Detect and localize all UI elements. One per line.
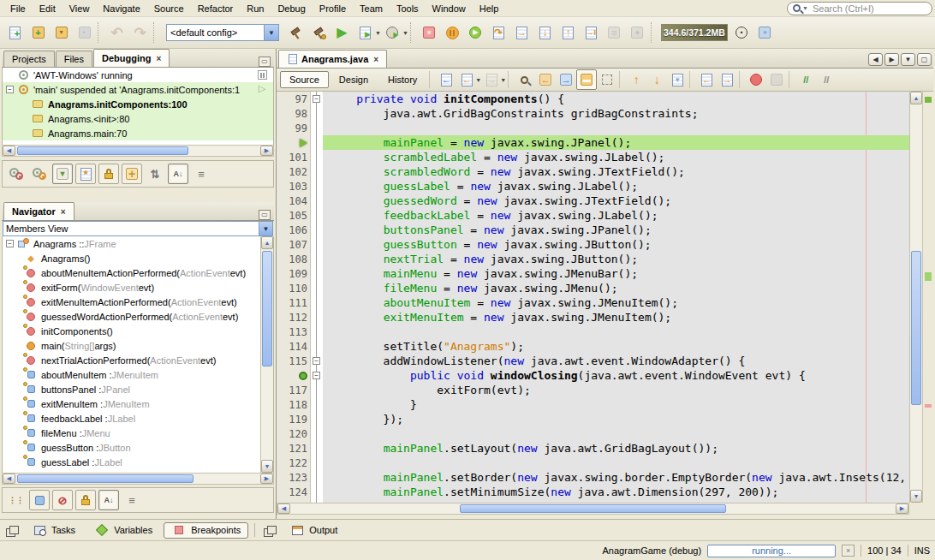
garbage-collect-button[interactable]: · bbox=[730, 21, 753, 45]
shift-line-right-button[interactable]: → bbox=[717, 69, 737, 90]
memory-indicator[interactable]: 344.6/371.2MB bbox=[661, 24, 728, 41]
menu-refactor[interactable]: Refactor bbox=[191, 1, 241, 16]
member-row[interactable]: aboutMenuItem : JMenuItem bbox=[3, 367, 260, 382]
thread-settings-button[interactable] bbox=[29, 164, 50, 184]
scroll-down-arrow[interactable]: ▼ bbox=[910, 490, 922, 503]
close-icon[interactable]: × bbox=[156, 54, 161, 63]
view-history-button[interactable]: History bbox=[378, 71, 426, 88]
take-snapshot-button[interactable]: ● bbox=[626, 21, 649, 45]
scroll-left-arrow[interactable]: ◀ bbox=[3, 474, 15, 484]
member-row[interactable]: nextTrialActionPerformed(ActionEvent evt… bbox=[3, 353, 260, 367]
view-design-button[interactable]: Design bbox=[330, 71, 378, 88]
play-mini[interactable]: ▷ bbox=[254, 82, 270, 97]
comment-button[interactable]: // bbox=[795, 69, 816, 90]
sort-by-source-button[interactable]: ≡ bbox=[122, 490, 142, 510]
editor-vscrollbar[interactable]: ▲ ▼ bbox=[909, 92, 922, 503]
member-row[interactable]: fileMenu : JMenu bbox=[3, 426, 260, 440]
save-all-button[interactable]: ▪ bbox=[73, 21, 96, 45]
menu-debug[interactable]: Debug bbox=[271, 1, 312, 16]
code-editor[interactable]: private void initComponents() { java.awt… bbox=[323, 92, 909, 503]
line-number[interactable]: 99 bbox=[277, 121, 310, 135]
line-number[interactable]: 113 bbox=[277, 325, 310, 339]
step-out-button[interactable]: ↑ bbox=[557, 21, 580, 45]
show-fields-toggle[interactable] bbox=[29, 490, 50, 510]
member-row[interactable]: initComponents() bbox=[3, 324, 260, 338]
member-row[interactable]: guessButton : JButton bbox=[3, 440, 260, 455]
scroll-down-arrow[interactable]: ▼ bbox=[261, 460, 273, 473]
thread-row[interactable]: −'main' suspended at 'Anagrams.initCompo… bbox=[3, 82, 273, 97]
tab-anagrams-java[interactable]: Anagrams.java × bbox=[278, 50, 387, 68]
member-row[interactable]: aboutMenuItemActionPerformed(ActionEvent… bbox=[3, 265, 260, 280]
toggle-bookmark-button[interactable]: ▾ bbox=[667, 69, 688, 90]
redo-button[interactable]: ↷ bbox=[128, 21, 152, 45]
menu-team[interactable]: Team bbox=[353, 1, 390, 16]
line-number[interactable]: 111 bbox=[277, 295, 310, 310]
show-static-members-toggle[interactable]: ⊘ bbox=[52, 490, 73, 510]
uncomment-button[interactable]: // bbox=[816, 69, 837, 90]
rectangular-selection-button[interactable] bbox=[597, 69, 617, 90]
profile-project-button[interactable]: ▶ bbox=[381, 21, 404, 45]
menu-navigate[interactable]: Navigate bbox=[96, 1, 146, 16]
start-macro-recording-button[interactable] bbox=[746, 69, 766, 90]
scrollbar-thumb[interactable] bbox=[17, 474, 194, 483]
line-number[interactable]: 119 bbox=[277, 412, 310, 426]
find-selection-button[interactable] bbox=[515, 69, 535, 90]
navigator-view-select[interactable]: Members View ▼ bbox=[3, 221, 273, 236]
show-non-public-toggle[interactable] bbox=[75, 490, 96, 510]
build-project-button[interactable] bbox=[284, 21, 307, 45]
thread-history-button[interactable]: ⇅ bbox=[145, 164, 165, 184]
code-fold-bar[interactable]: −−− bbox=[311, 92, 323, 503]
line-number[interactable]: 107 bbox=[277, 237, 310, 252]
member-row[interactable]: guessedWordActionPerformed(ActionEvent e… bbox=[3, 309, 260, 324]
line-number[interactable]: 105 bbox=[277, 208, 310, 223]
open-project-button[interactable]: ▾ bbox=[50, 21, 73, 45]
show-inherited-members-toggle[interactable]: ⋮⋮ bbox=[6, 490, 27, 510]
collapse-toggle-icon[interactable]: − bbox=[6, 240, 14, 247]
tab-variables[interactable]: Variables bbox=[86, 522, 160, 539]
line-number-gutter[interactable]: 9798991011021031041051061071081091101111… bbox=[277, 92, 311, 503]
debug-thread-tree[interactable]: 'AWT-Windows' running−'main' suspended a… bbox=[2, 68, 274, 145]
member-row[interactable]: exitMenuItemActionPerformed(ActionEvent … bbox=[3, 295, 260, 309]
step-into-button[interactable]: ↓ bbox=[533, 21, 557, 45]
suspend-resume-toggle[interactable]: ▼ bbox=[52, 164, 73, 184]
stack-frame-row[interactable]: Anagrams.<init>:80 bbox=[3, 111, 273, 126]
line-number[interactable]: 115 bbox=[277, 354, 310, 368]
minimize-panel-icon[interactable]: ▭ bbox=[259, 210, 271, 220]
member-row[interactable]: guessLabel : JLabel bbox=[3, 455, 260, 469]
stack-frame-row[interactable]: Anagrams.main:70 bbox=[3, 126, 273, 140]
profiler-control-button[interactable]: ● bbox=[753, 21, 777, 45]
line-number[interactable]: 118 bbox=[277, 397, 310, 412]
line-number[interactable]: 102 bbox=[277, 164, 310, 179]
new-file-button[interactable]: + bbox=[3, 21, 27, 45]
scroll-right-arrow[interactable]: ▶ bbox=[896, 503, 908, 514]
previous-bookmark-button[interactable]: ↑ bbox=[626, 69, 646, 90]
run-project-button[interactable]: ▶ bbox=[331, 21, 354, 45]
menu-help[interactable]: Help bbox=[473, 1, 506, 16]
line-number[interactable]: 121 bbox=[277, 441, 310, 456]
fold-toggle-icon[interactable]: − bbox=[313, 357, 320, 365]
quick-search-input[interactable]: ▼ Search (Ctrl+I) bbox=[787, 2, 932, 15]
thread-row[interactable]: 'AWT-Windows' running bbox=[3, 68, 273, 82]
fixed-watches-button[interactable] bbox=[98, 164, 119, 184]
last-edit-position-button[interactable]: ← bbox=[436, 69, 456, 90]
tab-tasks[interactable]: Tasks bbox=[24, 522, 83, 539]
scrollbar-thumb[interactable] bbox=[262, 251, 272, 366]
close-icon[interactable]: × bbox=[61, 207, 66, 217]
next-bookmark-button[interactable]: ↓ bbox=[646, 69, 667, 90]
back-button[interactable]: ← bbox=[456, 69, 477, 90]
collapse-toggle-icon[interactable]: − bbox=[6, 86, 14, 93]
continue-button[interactable]: ▶ bbox=[464, 21, 487, 45]
menu-run[interactable]: Run bbox=[240, 1, 271, 16]
new-project-button[interactable]: + bbox=[27, 21, 50, 45]
config-select[interactable]: <default config>▼ bbox=[166, 24, 279, 41]
line-number[interactable]: 97 bbox=[277, 92, 310, 106]
line-number[interactable]: 120 bbox=[277, 426, 310, 441]
navigator-member-tree[interactable]: −Anagrams :: JFrame◆Anagrams()aboutMenuI… bbox=[3, 236, 260, 473]
dropdown-arrow-icon[interactable]: ▼ bbox=[475, 77, 481, 83]
fold-toggle-icon[interactable]: − bbox=[313, 95, 320, 103]
member-row[interactable]: ◆Anagrams() bbox=[3, 251, 260, 265]
session-settings-button[interactable]: * bbox=[75, 164, 96, 184]
undo-button[interactable]: ↶ bbox=[105, 21, 128, 45]
minimize-panel-icon[interactable]: ▭ bbox=[259, 57, 271, 67]
scroll-tabs-right-icon[interactable]: ▶ bbox=[884, 53, 899, 66]
